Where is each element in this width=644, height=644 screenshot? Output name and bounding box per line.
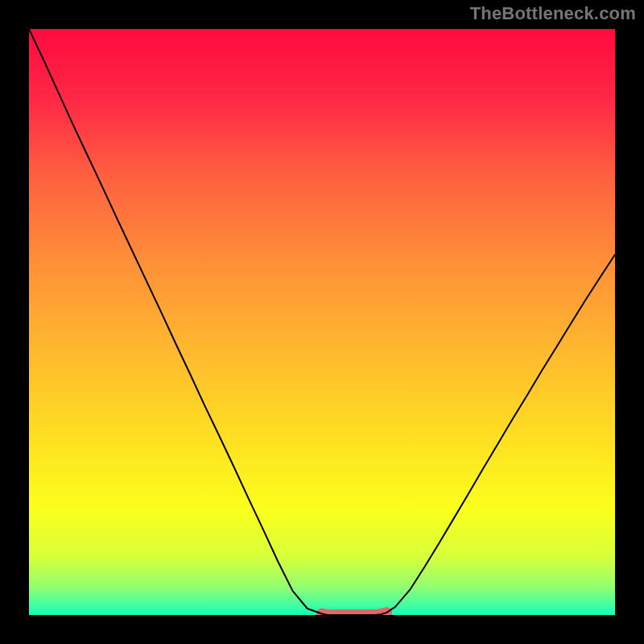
watermark-text: TheBottleneck.com bbox=[470, 3, 636, 24]
plot-area bbox=[29, 29, 615, 615]
chart-frame: TheBottleneck.com bbox=[0, 0, 644, 644]
gradient-background bbox=[29, 29, 615, 615]
bottleneck-chart bbox=[29, 29, 615, 615]
